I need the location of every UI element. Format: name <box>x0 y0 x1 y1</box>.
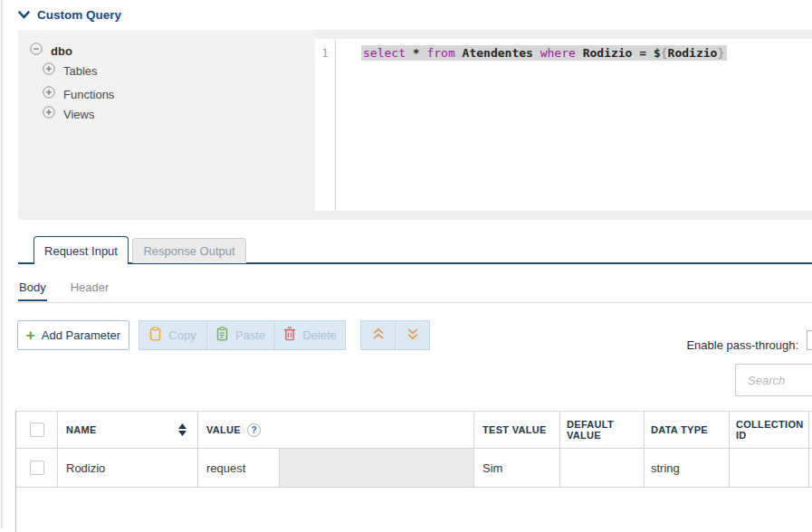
plus-icon: + <box>26 328 35 343</box>
sort-icon[interactable] <box>178 423 186 436</box>
query-builder-panel: dbo Tables Functions Views 1 select * fr… <box>18 30 812 220</box>
tab-label: Response Output <box>143 244 234 258</box>
default-value-cell[interactable] <box>560 449 645 487</box>
paste-icon <box>216 327 229 344</box>
add-parameter-button[interactable]: + Add Parameter <box>17 320 129 350</box>
tree-node-views[interactable]: Views <box>43 106 94 122</box>
help-icon[interactable]: ? <box>247 423 261 437</box>
row-checkbox[interactable] <box>30 461 44 475</box>
collapse-minus-icon[interactable] <box>30 43 43 59</box>
schema-tree: dbo Tables Functions Views <box>18 30 315 211</box>
column-header-test-value: TEST VALUE <box>474 412 560 448</box>
value-subcell[interactable]: request <box>198 449 280 487</box>
chevron-down-icon <box>18 6 30 23</box>
tree-node-functions[interactable]: Functions <box>43 86 114 102</box>
collection-id-cell[interactable] <box>730 449 809 487</box>
select-all-checkbox[interactable] <box>30 423 44 437</box>
tree-node-label: Tables <box>63 64 98 78</box>
move-down-button[interactable] <box>395 320 430 350</box>
column-header-value: VALUE ? <box>198 412 474 448</box>
cell-value: Rodizio <box>66 461 105 475</box>
column-label: DATA TYPE <box>651 424 708 435</box>
double-chevron-down-icon <box>406 328 420 343</box>
expand-plus-icon[interactable] <box>43 62 55 79</box>
copy-icon <box>149 327 162 344</box>
enable-pass-through-checkbox[interactable] <box>807 330 812 350</box>
section-title: Custom Query <box>37 8 121 22</box>
paste-button[interactable]: Paste <box>206 320 275 350</box>
delete-button[interactable]: Delete <box>274 320 346 350</box>
sql-code-line[interactable]: select * from Atendentes where Rodizio =… <box>361 45 727 61</box>
button-label: Delete <box>302 328 337 342</box>
value-disabled-area <box>280 449 473 487</box>
search-input[interactable] <box>736 365 812 395</box>
subtab-header[interactable]: Header <box>70 278 110 301</box>
tab-response-output[interactable]: Response Output <box>132 238 246 263</box>
tab-request-input[interactable]: Request Input <box>33 236 129 264</box>
move-up-button[interactable] <box>360 320 396 350</box>
enable-pass-through-label: Enable pass-through: <box>599 338 798 352</box>
column-header-collection-id: COLLECTION ID <box>730 412 809 448</box>
search-box <box>735 364 812 396</box>
window-edge-divider <box>1 0 3 528</box>
subtab-label: Body <box>19 280 46 294</box>
data-type-cell[interactable]: string <box>645 449 730 487</box>
table-header-row: NAME VALUE ? TEST VALUE DEFAULT VALUE DA… <box>16 411 812 449</box>
cell-value: request <box>206 461 245 475</box>
selected-sql-text: select * from Atendentes where Rodizio =… <box>361 45 727 61</box>
sql-code-editor[interactable]: select * from Atendentes where Rodizio =… <box>337 39 812 211</box>
subtab-divider <box>15 302 812 303</box>
edit-button-group: Copy Paste Delete <box>139 320 346 350</box>
copy-button[interactable]: Copy <box>139 320 207 350</box>
cell-value: string <box>651 461 680 475</box>
column-header-default-value: DEFAULT VALUE <box>560 412 645 448</box>
editor-line-number-gutter: 1 <box>315 39 336 211</box>
column-label: NAME <box>66 424 97 435</box>
subtab-label: Header <box>71 280 110 294</box>
column-label: DEFAULT VALUE <box>567 419 644 441</box>
tab-label: Request Input <box>44 244 118 258</box>
button-label: Paste <box>235 328 265 342</box>
tree-node-label: Functions <box>63 88 114 101</box>
tree-node-dbo[interactable]: dbo <box>30 43 72 59</box>
cell-value: Sim <box>482 461 502 475</box>
reorder-button-group <box>360 320 430 350</box>
parameters-table: NAME VALUE ? TEST VALUE DEFAULT VALUE DA… <box>15 411 812 532</box>
column-header-data-type: DATA TYPE <box>645 412 730 448</box>
tree-node-label: Views <box>63 108 94 121</box>
table-row: Rodizio request Sim string <box>16 449 812 488</box>
column-label: TEST VALUE <box>482 424 547 435</box>
button-label: Add Parameter <box>42 328 120 342</box>
select-all-cell <box>16 412 58 448</box>
column-label: VALUE <box>206 424 241 435</box>
row-select-cell <box>16 449 58 487</box>
expand-plus-icon[interactable] <box>43 86 55 102</box>
tree-node-label: dbo <box>51 44 72 58</box>
value-cell[interactable]: request <box>198 449 474 487</box>
test-value-cell[interactable]: Sim <box>474 449 560 487</box>
custom-query-section-header[interactable]: Custom Query <box>18 6 121 23</box>
column-label: COLLECTION ID <box>736 419 808 441</box>
double-chevron-up-icon <box>371 328 386 343</box>
button-label: Copy <box>168 328 196 342</box>
tree-node-tables[interactable]: Tables <box>43 62 98 79</box>
editor-scrollbar-track-bottom[interactable] <box>18 211 812 220</box>
subtab-body[interactable]: Body <box>18 278 47 301</box>
trash-icon <box>283 327 296 344</box>
subtab-bar: Body Header <box>18 278 110 301</box>
name-cell[interactable]: Rodizio <box>58 449 198 487</box>
editor-scrollbar-track-top[interactable] <box>315 30 812 39</box>
expand-plus-icon[interactable] <box>43 106 55 122</box>
line-number: 1 <box>315 39 335 60</box>
column-header-name: NAME <box>58 412 198 448</box>
